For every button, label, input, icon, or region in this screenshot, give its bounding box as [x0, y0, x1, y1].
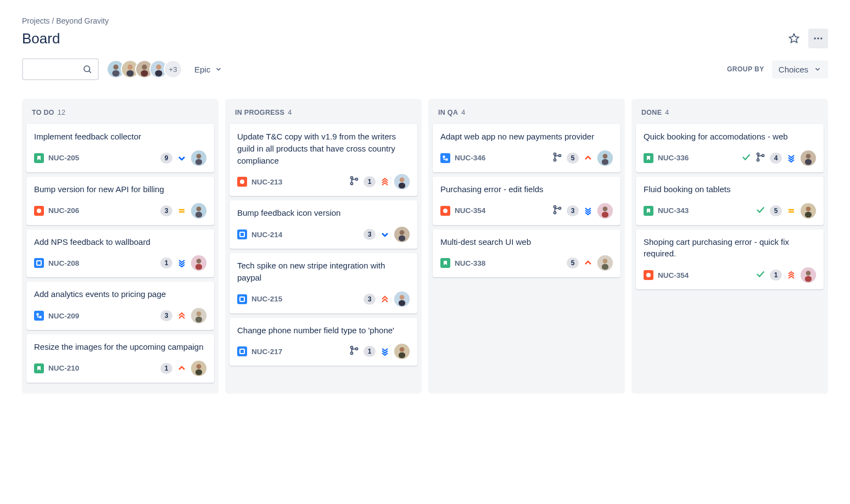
chevron-down-icon	[814, 65, 821, 73]
card-meta: 3	[160, 308, 206, 323]
priority-high-icon	[177, 311, 187, 321]
card-meta: 1	[160, 361, 206, 376]
card-key: NUC-214	[251, 231, 282, 239]
svg-point-2	[817, 37, 819, 39]
story-points-badge: 1	[160, 363, 172, 374]
card-meta: 1	[349, 174, 410, 189]
issue-type-task-icon	[237, 346, 247, 356]
card-title: Resize the images for the upcoming campa…	[34, 341, 206, 353]
assignee-avatar[interactable]	[394, 174, 410, 189]
card[interactable]: Multi-dest search UI web NUC-338 5	[433, 229, 620, 278]
assignee-avatar[interactable]	[191, 150, 206, 166]
card[interactable]: Adapt web app no new payments provider N…	[433, 124, 620, 172]
issue-type-task-icon	[237, 294, 247, 304]
breadcrumb-root[interactable]: Projects	[22, 16, 50, 25]
issue-type-subtask-icon	[34, 311, 44, 321]
issue-type-story-icon	[34, 363, 44, 373]
assignee-avatar[interactable]	[801, 203, 816, 219]
column-name: IN PROGRESS	[235, 109, 284, 116]
story-points-badge: 1	[160, 257, 172, 268]
assignee-avatar[interactable]	[801, 150, 816, 166]
card[interactable]: Tech spike on new stripe integration wit…	[230, 253, 417, 313]
priority-medium-icon	[786, 206, 796, 216]
star-button[interactable]	[784, 29, 804, 48]
avatar-overflow[interactable]: +3	[164, 60, 182, 79]
column-header: IN QA4	[433, 105, 620, 124]
card[interactable]: Bump version for new API for billing NUC…	[26, 177, 214, 225]
card[interactable]: Quick booking for accomodations - web NU…	[636, 124, 824, 172]
card-key: NUC-209	[48, 312, 79, 320]
svg-rect-40	[399, 236, 405, 242]
priority-lowest-icon	[583, 206, 593, 216]
card[interactable]: Add NPS feedback to wallboard NUC-208 1	[26, 229, 214, 278]
svg-point-30	[197, 311, 202, 316]
column-header: IN PROGRESS4	[230, 105, 417, 124]
breadcrumb-project[interactable]: Beyond Gravity	[56, 16, 109, 25]
story-points-badge: 5	[770, 205, 782, 216]
svg-rect-58	[805, 159, 812, 165]
svg-rect-49	[602, 159, 608, 165]
card[interactable]: Update T&C copy with v1.9 from the write…	[230, 124, 417, 196]
assignee-avatar[interactable]	[191, 308, 206, 323]
svg-point-10	[127, 65, 132, 70]
toolbar: +3 Epic GROUP BY Choices	[22, 58, 828, 80]
svg-rect-31	[195, 317, 202, 323]
more-horizontal-icon	[813, 33, 824, 44]
assignee-avatar[interactable]	[597, 203, 613, 219]
search-input[interactable]	[22, 58, 99, 80]
card-meta: 5	[567, 255, 613, 271]
card-key-wrap: NUC-205	[34, 153, 79, 163]
priority-highest-icon	[786, 270, 796, 280]
board: TO DO12 Implement feedback collector NUC…	[22, 99, 828, 394]
card-meta: 1	[349, 344, 410, 359]
issue-type-task-icon	[237, 229, 247, 239]
assignee-avatar[interactable]	[394, 292, 410, 307]
breadcrumb[interactable]: Projects / Beyond Gravity	[22, 16, 828, 25]
assignee-avatar[interactable]	[394, 227, 410, 242]
branch-icon	[756, 152, 765, 164]
priority-lowest-icon	[786, 153, 796, 163]
card[interactable]: Implement feedback collector NUC-205 9	[26, 124, 214, 172]
epic-filter[interactable]: Epic	[190, 61, 227, 77]
assignee-avatar[interactable]	[394, 344, 410, 359]
group-by-label: GROUP BY	[727, 65, 764, 73]
card[interactable]: Fluid booking on tablets NUC-343 5	[636, 177, 824, 225]
card-meta: 9	[160, 150, 206, 166]
svg-rect-46	[399, 352, 405, 359]
card-title: Implement feedback collector	[34, 131, 206, 143]
card[interactable]: Shoping cart purchasing error - quick fi…	[636, 229, 824, 290]
story-points-badge: 4	[770, 153, 782, 164]
card[interactable]: Purchasing error - edit fields NUC-354 3	[433, 177, 620, 225]
card[interactable]: Resize the images for the upcoming campa…	[26, 334, 214, 383]
card[interactable]: Change phone number field type to 'phone…	[230, 318, 417, 366]
more-actions-button[interactable]	[808, 29, 828, 48]
priority-high-icon	[380, 294, 390, 304]
assignee-avatar[interactable]	[191, 361, 206, 376]
card-key-wrap: NUC-217	[237, 346, 282, 356]
card[interactable]: Add analytics events to pricing page NUC…	[26, 282, 214, 330]
assignee-avatar[interactable]	[191, 255, 206, 271]
card-key: NUC-205	[48, 154, 79, 162]
priority-low-icon	[177, 153, 187, 163]
assignee-avatar[interactable]	[597, 150, 613, 166]
group-by-select[interactable]: Choices	[772, 60, 828, 79]
card-key-wrap: NUC-208	[34, 258, 79, 268]
issue-type-bug-icon	[34, 206, 44, 216]
assignee-avatar[interactable]	[597, 255, 613, 271]
card-footer: NUC-346 5	[440, 150, 613, 166]
avatar-stack[interactable]: +3	[107, 60, 182, 79]
card[interactable]: Bump feedback icon version NUC-214 3	[230, 200, 417, 249]
priority-medium-up-icon	[583, 153, 593, 163]
assignee-avatar[interactable]	[801, 267, 816, 283]
svg-point-1	[814, 37, 816, 39]
chevron-down-icon	[215, 65, 222, 73]
story-points-badge: 1	[364, 176, 376, 187]
card-title: Bump feedback icon version	[237, 207, 410, 219]
svg-rect-34	[195, 369, 202, 376]
card-title: Shoping cart purchasing error - quick fi…	[644, 236, 816, 260]
done-check-icon	[756, 205, 765, 217]
assignee-avatar[interactable]	[191, 203, 206, 219]
svg-rect-52	[602, 211, 608, 217]
svg-rect-37	[399, 183, 405, 189]
branch-icon	[349, 176, 359, 188]
